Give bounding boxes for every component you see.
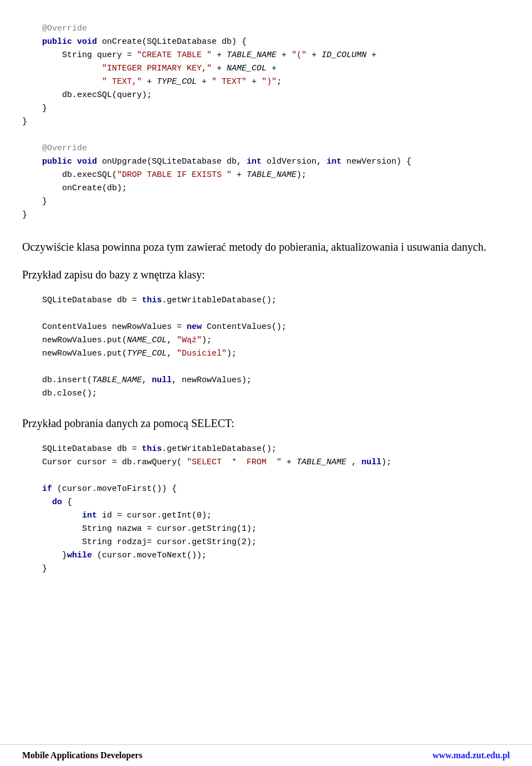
- prose-heading-2: Przykład zapisu do bazy z wnętrza klasy:: [22, 266, 510, 283]
- footer-right: www.mad.zut.edu.pl: [432, 750, 510, 760]
- kw-void-2: void: [77, 157, 97, 166]
- code-block-1: @Override public void onCreate(SQLiteDat…: [22, 17, 510, 227]
- kw-public-1: public: [22, 37, 72, 47]
- code-block-2: SQLiteDatabase db = this.getWritableData…: [22, 288, 510, 406]
- code-block-3: SQLiteDatabase db = this.getWritableData…: [22, 437, 510, 581]
- footer-left: Mobile Applications Developers: [22, 750, 142, 760]
- footer: Mobile Applications Developers www.mad.z…: [0, 744, 532, 766]
- annotation-override-2: @Override: [22, 144, 87, 153]
- prose-paragraph-1: Oczywiście klasa powinna poza tym zawier…: [22, 239, 510, 255]
- kw-void-1: void: [77, 37, 97, 47]
- prose-heading-3: Przykład pobrania danych za pomocą SELEC…: [22, 415, 510, 432]
- annotation-override-1: @Override: [22, 24, 87, 33]
- kw-public-2: public: [22, 157, 72, 166]
- page-container: @Override public void onCreate(SQLiteDat…: [0, 0, 532, 631]
